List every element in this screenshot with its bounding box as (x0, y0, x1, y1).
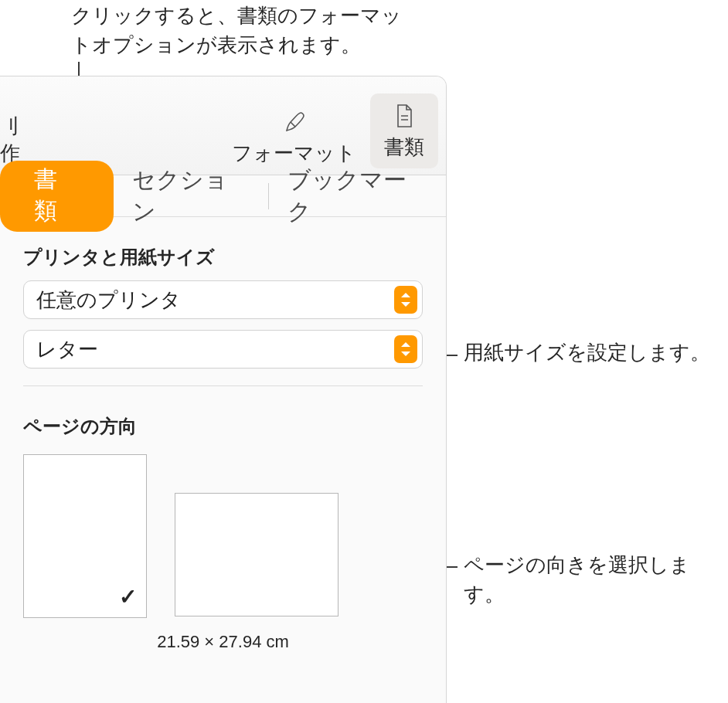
callout-paper-size: 用紙サイズを設定します。 (464, 338, 710, 368)
document-toolbar-label: 書類 (384, 134, 424, 161)
printer-section-title: プリンタと用紙サイズ (23, 245, 423, 270)
orientation-section-title: ページの方向 (23, 414, 423, 439)
inspector-panel: 刂作 フォーマット 書類 書類 セクション ブックマーク プリンタと用紙サイズ … (0, 76, 447, 703)
orientation-options: ✓ (23, 454, 423, 618)
page-dimensions: 21.59 × 27.94 cm (23, 632, 423, 652)
printer-popup-value: 任意のプリンタ (36, 287, 394, 314)
inspector-subtabs: 書類 セクション ブックマーク (0, 175, 446, 217)
format-toolbar-label: フォーマット (232, 140, 356, 167)
printer-popup[interactable]: 任意のプリンタ (23, 280, 423, 319)
document-toolbar-button[interactable]: 書類 (370, 93, 438, 168)
orientation-portrait[interactable]: ✓ (23, 454, 147, 618)
callout-document-tab: クリックすると、書類のフォーマットオプションが表示されます。 (71, 2, 403, 59)
paper-size-popup[interactable]: レター (23, 330, 423, 368)
callout-orientation: ページの向きを選択します。 (464, 551, 728, 609)
tab-document[interactable]: 書類 (0, 161, 114, 232)
orientation-landscape[interactable] (175, 493, 338, 616)
tab-section[interactable]: セクション (114, 165, 268, 228)
panel-body: プリンタと用紙サイズ 任意のプリンタ レター ページの方向 ✓ 21.59 × … (0, 217, 446, 652)
document-icon (390, 101, 419, 131)
chevron-up-down-icon (394, 335, 417, 363)
chevron-up-down-icon (394, 286, 417, 314)
tab-bookmark[interactable]: ブックマーク (269, 165, 446, 228)
paintbrush-icon (280, 107, 309, 137)
checkmark-icon: ✓ (119, 584, 137, 610)
paper-size-popup-value: レター (36, 336, 394, 363)
section-divider (23, 385, 423, 386)
